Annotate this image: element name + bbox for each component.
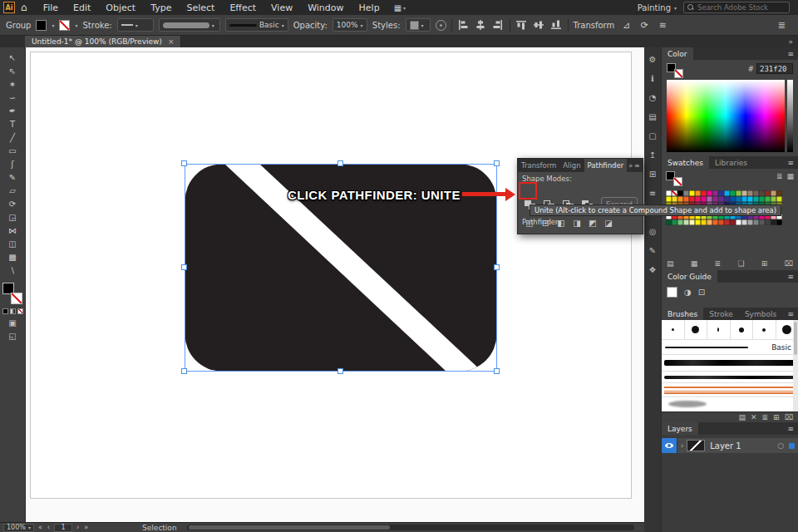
hex-value-field[interactable] <box>756 63 793 74</box>
brush-item[interactable] <box>707 320 731 339</box>
selection-handle[interactable] <box>494 368 500 374</box>
menu-object[interactable]: Object <box>98 2 143 13</box>
new-color-group-icon[interactable]: ❏ <box>737 259 744 268</box>
color-spectrum[interactable] <box>667 80 785 152</box>
brush-item[interactable] <box>731 320 754 339</box>
swatch[interactable] <box>712 190 718 196</box>
stroke-weight-dropdown[interactable]: ▾ <box>117 18 154 32</box>
selection-handle[interactable] <box>181 264 187 270</box>
width-tool[interactable]: ⋈ <box>3 224 22 237</box>
swatch[interactable] <box>707 196 712 202</box>
swatch[interactable] <box>689 219 695 225</box>
search-input[interactable] <box>697 3 781 12</box>
visibility-toggle[interactable] <box>662 438 677 453</box>
variable-width-dropdown[interactable]: ▾ <box>159 18 220 32</box>
artboard-number-field[interactable]: 1 <box>54 524 72 532</box>
type-tool[interactable]: T <box>3 118 22 131</box>
swatch[interactable] <box>695 219 701 225</box>
swatch[interactable] <box>776 219 782 225</box>
swatch[interactable] <box>753 190 759 196</box>
swatch[interactable] <box>701 196 707 202</box>
base-color-swatch[interactable] <box>667 287 677 298</box>
tab-layers[interactable]: Layers <box>662 422 698 435</box>
swatch[interactable] <box>741 196 747 202</box>
tab-pathfinder[interactable]: Pathfinder <box>584 159 628 172</box>
panel-menu-icon[interactable]: ≡ <box>787 50 798 58</box>
transform-label[interactable]: Transform <box>574 21 615 30</box>
tab-stroke[interactable]: Stroke <box>703 308 739 320</box>
charcoal-brush-row[interactable] <box>662 355 798 372</box>
workspace-switcher[interactable]: Painting ▾ <box>638 3 677 12</box>
home-icon[interactable]: ⌂ <box>21 2 27 13</box>
appearance-icon[interactable]: ◎ <box>649 227 657 236</box>
rotate-icon[interactable]: ⟳ <box>638 18 651 32</box>
panel-menu-icon[interactable]: ≡ <box>634 162 640 170</box>
style-dropdown[interactable]: ▾ <box>406 18 431 32</box>
menu-view[interactable]: View <box>264 2 300 13</box>
stock-search[interactable] <box>683 2 790 13</box>
tab-libraries[interactable]: Libraries <box>709 156 753 169</box>
brush-definition-dropdown[interactable]: Basic ▾ <box>225 18 288 32</box>
recolor-artwork-icon[interactable] <box>436 20 446 31</box>
tab-align[interactable]: Align <box>559 159 584 172</box>
swatch[interactable] <box>666 219 672 225</box>
align-left-icon[interactable] <box>457 19 470 31</box>
tab-color-guide[interactable]: Color Guide <box>662 270 717 283</box>
brush-libraries-icon[interactable]: ▤ <box>738 413 746 421</box>
swatch[interactable] <box>707 219 712 225</box>
swatch[interactable] <box>736 196 741 202</box>
swatch[interactable] <box>730 196 736 202</box>
swatch[interactable] <box>736 219 741 225</box>
scrollbar-thumb[interactable] <box>189 525 390 530</box>
list-view-icon[interactable]: ≣ <box>776 172 783 180</box>
swatch[interactable] <box>666 190 672 196</box>
swatch[interactable] <box>683 196 689 202</box>
menu-select[interactable]: Select <box>179 2 222 13</box>
align-icon[interactable]: ≡ <box>649 189 656 198</box>
align-top-icon[interactable] <box>515 19 528 31</box>
swatch[interactable] <box>689 190 695 196</box>
pen-tool[interactable]: ✒ <box>3 105 22 117</box>
swatch[interactable] <box>753 219 759 225</box>
selection-tool[interactable]: ↖ <box>3 52 22 64</box>
libraries-icon[interactable]: ▤ <box>648 112 656 121</box>
brush-options-icon[interactable]: ≣ <box>762 413 769 421</box>
gradient-button[interactable] <box>10 308 16 314</box>
line-segment-tool[interactable]: ╱ <box>3 131 22 144</box>
screen-mode-icon[interactable]: ◱ <box>8 332 16 341</box>
stroke-color-swatch[interactable] <box>59 20 70 31</box>
merge-button[interactable]: ◧ <box>553 215 569 230</box>
none-button[interactable] <box>17 308 23 314</box>
swatch[interactable] <box>677 196 683 202</box>
eraser-tool[interactable]: ▱ <box>3 185 22 197</box>
rotate-tool[interactable]: ⟳ <box>3 198 22 210</box>
swatch[interactable] <box>666 196 672 202</box>
panel-menu-icon[interactable]: ≡ <box>787 310 798 318</box>
selection-handle[interactable] <box>337 160 343 166</box>
remove-brush-stroke-icon[interactable]: ✕ <box>751 413 757 421</box>
shear-icon[interactable]: ⊿ <box>619 18 633 32</box>
charcoal-thin-brush-row[interactable] <box>662 372 798 383</box>
outline-button[interactable]: ◩ <box>584 215 601 230</box>
divide-button[interactable]: ◫ <box>521 215 538 230</box>
color-button[interactable] <box>2 308 8 314</box>
close-icon[interactable]: × <box>168 37 175 46</box>
swatch[interactable] <box>724 190 730 196</box>
opacity-dropdown[interactable]: 100% ▾ <box>332 18 367 32</box>
selection-handle[interactable] <box>181 368 187 374</box>
trim-button[interactable]: ⊟ <box>537 215 554 230</box>
swatch[interactable] <box>724 196 730 202</box>
swatch[interactable] <box>759 219 765 225</box>
swatch[interactable] <box>759 196 765 202</box>
swatch-libraries-icon[interactable]: ▤ <box>667 259 674 268</box>
swatch[interactable] <box>712 219 718 225</box>
swatch[interactable] <box>683 219 689 225</box>
tab-color[interactable]: Color <box>662 47 693 60</box>
drawing-mode-icon[interactable]: ▣ <box>8 318 16 328</box>
lasso-tool[interactable]: ∽ <box>3 91 22 104</box>
swatch[interactable] <box>771 196 776 202</box>
swatch[interactable] <box>736 190 741 196</box>
fill-stroke-widget[interactable] <box>2 283 22 304</box>
panel-menu-icon[interactable]: ≡ <box>787 159 798 167</box>
swatch[interactable] <box>683 190 689 196</box>
